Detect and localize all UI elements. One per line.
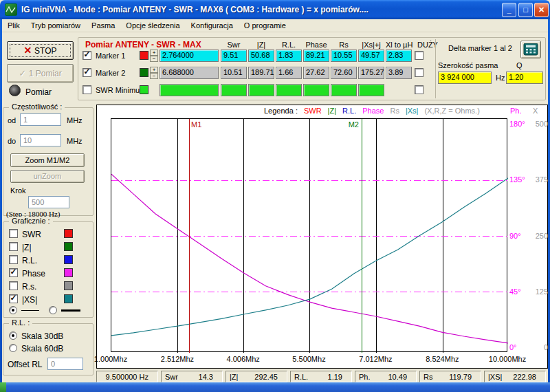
trace-checkbox-z[interactable] bbox=[9, 242, 18, 251]
stop-x-icon: ✕ bbox=[23, 45, 34, 56]
trace-label-4: R.s. bbox=[22, 282, 36, 292]
to-unit-label: MHz bbox=[67, 137, 82, 145]
trace-checkbox-phase[interactable]: ✓ bbox=[9, 268, 18, 277]
check-icon: ✓ bbox=[83, 50, 90, 59]
radio-dot bbox=[12, 309, 14, 312]
taskbar[interactable]: IG miniVNAIrfanView bbox=[0, 382, 550, 392]
menu-item-0[interactable]: Plik bbox=[2, 20, 25, 32]
marker-label-m2: M2 bbox=[349, 120, 359, 129]
column-header-4: Rs bbox=[331, 41, 357, 49]
duzy-checkbox-2[interactable] bbox=[415, 85, 424, 94]
marker-0-value-5: 49.57 bbox=[358, 50, 384, 62]
column-header-7: DUŻY bbox=[412, 41, 443, 49]
legend-entry-5: |Xs| bbox=[406, 107, 419, 115]
return-loss-group: R.L. : Skala 30dB Skala 60dB Offset RL bbox=[3, 323, 94, 375]
menu-item-5[interactable]: O programie bbox=[239, 20, 292, 32]
spinner-down-icon[interactable]: − bbox=[150, 56, 158, 62]
menu-item-4[interactable]: Konfiguracja bbox=[186, 20, 239, 32]
zoom-m1-m2-button[interactable]: Zoom M1/M2 bbox=[10, 153, 85, 167]
marker-frequency-0[interactable]: 2.764000 bbox=[160, 50, 219, 62]
rl-group-title: R.L. : bbox=[9, 318, 32, 327]
minimize-button[interactable]: _ bbox=[502, 3, 516, 17]
status-value-3: 1.19 bbox=[328, 373, 342, 382]
pomiar-led-icon bbox=[9, 85, 21, 96]
frequency-group: Częstotliwość : od MHz do MHz Zoom M1/M2… bbox=[3, 107, 94, 216]
column-header-1: |Z| bbox=[248, 41, 274, 49]
marker-spinner-1[interactable]: +− bbox=[150, 67, 158, 79]
start-button-fragment[interactable] bbox=[0, 382, 6, 392]
panel-divider bbox=[435, 39, 436, 98]
offset-rl-input[interactable] bbox=[47, 358, 83, 370]
duzy-checkbox-1[interactable] bbox=[415, 68, 424, 77]
marker-color-swatch-1[interactable] bbox=[140, 68, 148, 77]
spinner-up-icon[interactable]: + bbox=[150, 50, 158, 56]
maximize-button[interactable]: □ bbox=[518, 3, 533, 17]
marker-2-value-1 bbox=[248, 84, 274, 96]
marker-color-swatch-2[interactable] bbox=[140, 85, 148, 94]
step-label: Krok bbox=[10, 186, 26, 195]
trace-checkbox-xs[interactable]: ✓ bbox=[9, 294, 18, 303]
check-icon: ✓ bbox=[10, 293, 16, 303]
marker-panel: Pomiar ANTENY - SWR - MAX Swr|Z|R.L.Phas… bbox=[78, 37, 546, 100]
legend-entry-6: (X,R,Z = Ohms.) bbox=[424, 107, 479, 115]
status-value-1: 14.3 bbox=[199, 373, 213, 382]
line-width-thick-radio[interactable] bbox=[49, 306, 57, 314]
from-frequency-input[interactable] bbox=[20, 113, 61, 126]
spinner-down-icon[interactable]: − bbox=[150, 73, 158, 79]
calculator-button[interactable] bbox=[520, 41, 541, 58]
from-unit-label: MHz bbox=[67, 116, 82, 124]
close-button[interactable]: ✕ bbox=[534, 3, 549, 17]
trace-checkbox-rl[interactable] bbox=[9, 255, 18, 264]
calculator-icon bbox=[523, 43, 538, 56]
x-right-tick-500: 500 bbox=[527, 120, 548, 128]
menu-item-2[interactable]: Pasma bbox=[86, 20, 120, 32]
marker-0-value-3: 89.21 bbox=[303, 50, 329, 62]
step-input[interactable] bbox=[28, 196, 69, 208]
menu-item-1[interactable]: Tryb pomiarów bbox=[25, 20, 86, 32]
legend-label: Legenda : bbox=[264, 107, 298, 115]
window-titlebar[interactable]: IG miniVNA - Mode : Pomiar ANTENY - SWR … bbox=[0, 0, 550, 19]
legend-entry-3: Phase bbox=[362, 107, 384, 115]
column-header-2: R.L. bbox=[276, 41, 302, 49]
trace-checkbox-rs[interactable] bbox=[9, 281, 18, 290]
status-label-2: |Z| bbox=[230, 373, 238, 382]
column-header-5: |Xs|+j bbox=[358, 41, 384, 49]
stop-button[interactable]: ✕ STOP bbox=[7, 41, 74, 60]
marker-0-value-0: 9.51 bbox=[221, 50, 247, 62]
marker-frequency-2[interactable] bbox=[160, 84, 219, 96]
marker-spinner-0[interactable]: +− bbox=[150, 50, 158, 62]
line-width-thin-radio[interactable] bbox=[9, 306, 17, 314]
scale-30db-label: Skala 30dB bbox=[21, 331, 63, 341]
marker-frequency-1[interactable]: 6.688000 bbox=[160, 67, 219, 79]
marker-checkbox-1[interactable]: ✓ bbox=[82, 68, 91, 77]
frequency-group-title: Częstotliwość : bbox=[9, 102, 65, 111]
marker-color-swatch-0[interactable] bbox=[140, 51, 148, 60]
trace-label-2: R.L. bbox=[22, 256, 37, 265]
marker-2-value-0 bbox=[221, 84, 247, 96]
bandwidth-value: 3 924 000 bbox=[438, 72, 492, 84]
trace-checkbox-swr[interactable] bbox=[9, 229, 18, 238]
q-label: Q bbox=[516, 61, 522, 69]
marker-row-2: SWR Minimu bbox=[78, 83, 547, 98]
status-box-6: |XS|222.98 bbox=[484, 371, 546, 382]
column-header-0: Swr bbox=[221, 41, 247, 49]
q-value: 1.20 bbox=[506, 72, 543, 84]
status-label-4: Ph. bbox=[359, 373, 371, 382]
marker-1-value-2: 1.66 bbox=[276, 67, 302, 79]
marker-0-value-4: 10.55 bbox=[331, 50, 357, 62]
scale-30db-radio[interactable] bbox=[9, 331, 17, 340]
marker-2-value-4 bbox=[331, 84, 357, 96]
x-right-tick-375: 375 bbox=[527, 175, 548, 184]
plot-area[interactable]: M1M2 bbox=[111, 118, 507, 352]
scale-60db-radio[interactable] bbox=[9, 344, 17, 352]
status-label-1: Swr bbox=[165, 373, 178, 382]
marker-checkbox-2[interactable] bbox=[82, 85, 91, 94]
spinner-up-icon[interactable]: + bbox=[150, 67, 158, 73]
menu-item-3[interactable]: Opcje śledzenia bbox=[120, 20, 185, 32]
marker-checkbox-0[interactable]: ✓ bbox=[82, 51, 91, 60]
x-tick-5: 8.524Mhz bbox=[420, 355, 464, 363]
status-box-2: |Z|292.45 bbox=[226, 371, 287, 382]
to-frequency-input[interactable] bbox=[20, 134, 61, 146]
duzy-checkbox-0[interactable] bbox=[415, 51, 424, 60]
status-box-3: R.L.1.19 bbox=[290, 371, 352, 382]
